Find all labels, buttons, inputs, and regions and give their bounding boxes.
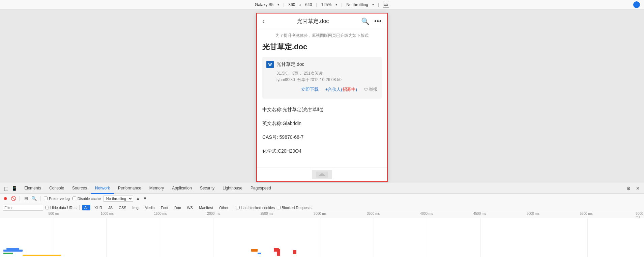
filter-icon[interactable]: ⊟ — [23, 196, 29, 201]
devtools-tabs-bar: ⬚ 📱 Elements Console Sources Network Per… — [0, 183, 644, 194]
devtools-network-toolbar: ⏺ 🚫 ⊟ 🔍 Preserve log Disable cache No th… — [0, 194, 644, 203]
tab-lighthouse[interactable]: Lighthouse — [218, 183, 246, 194]
filter-type-media[interactable]: Media — [143, 205, 157, 210]
shield-icon: 🛡 — [364, 87, 368, 92]
preserve-log-label[interactable]: Preserve log — [44, 197, 70, 201]
net-bar-0 — [3, 250, 23, 252]
filter-type-other[interactable]: Other — [217, 205, 231, 210]
hide-data-urls-label[interactable]: Hide data URLs — [45, 206, 77, 210]
content-item-3: 化学式:C20H20O4 — [262, 148, 382, 155]
tab-network[interactable]: Network — [91, 183, 114, 194]
filter-type-xhr[interactable]: XHR — [92, 205, 104, 210]
throttle-chevron-icon[interactable]: ▾ — [372, 3, 374, 6]
document-title: 光甘草定.doc — [262, 42, 382, 52]
preserve-log-checkbox[interactable] — [44, 197, 48, 200]
ruler-mark-2: 1500 ms — [154, 212, 167, 215]
has-blocked-cookies-label[interactable]: Has blocked cookies — [236, 206, 275, 210]
device-separator4: | — [378, 2, 379, 7]
filter-type-img[interactable]: Img — [130, 205, 141, 210]
doc-card-name: 光甘草定.doc — [276, 61, 304, 68]
mobile-search-icon[interactable]: 🔍 — [361, 17, 370, 25]
toolbar-separator-1 — [20, 196, 20, 201]
back-button[interactable]: ‹ — [262, 17, 265, 26]
ruler-mark-6: 3500 ms — [367, 212, 380, 215]
x-label: x — [299, 2, 301, 7]
net-bar-1 — [3, 253, 13, 254]
inspect-icon[interactable]: ⬚ — [3, 185, 9, 192]
settings-icon[interactable]: ⚙ — [625, 185, 632, 192]
close-devtools-icon[interactable]: ✕ — [635, 185, 641, 192]
device-separator2: | — [316, 2, 317, 7]
tab-console[interactable]: Console — [45, 183, 68, 194]
device-name-label[interactable]: Galaxy S5 — [255, 2, 273, 7]
tab-sources[interactable]: Sources — [68, 183, 91, 194]
width-label[interactable]: 360 — [288, 2, 295, 7]
main-content-area: ‹ 光甘草定.doc 🔍 ••• 为了提升浏览体验，原视图版网页已升级为如下版式… — [0, 9, 644, 183]
blocked-requests-checkbox[interactable] — [277, 206, 281, 209]
doc-uploader-info: lyhuif8280 分享于2012-10-26 08:50 — [276, 77, 378, 83]
ruler-mark-4: 2500 ms — [260, 212, 273, 215]
throttle-select[interactable]: No throttling — [104, 196, 133, 202]
rotate-icon[interactable]: ⇄ — [383, 2, 389, 8]
has-blocked-cookies-checkbox[interactable] — [236, 206, 240, 209]
tab-pagespeed[interactable]: Pagespeed — [246, 183, 275, 194]
filter-type-font[interactable]: Font — [159, 205, 170, 210]
content-item-2: CAS号: 59870-68-7 — [262, 134, 382, 141]
device-separator: | — [283, 2, 284, 7]
height-label[interactable]: 640 — [305, 2, 312, 7]
download-button[interactable]: 立即下载 — [301, 86, 319, 93]
doc-card-meta: 31.5K， 3页， 251次阅读 lyhuif8280 分享于2012-10-… — [266, 70, 378, 83]
tab-memory[interactable]: Memory — [145, 183, 168, 194]
filter-type-css[interactable]: CSS — [117, 205, 128, 210]
device-icon[interactable]: 📱 — [11, 185, 18, 192]
zoom-label[interactable]: 125% — [321, 2, 332, 7]
tab-security[interactable]: Security — [196, 183, 218, 194]
net-activity-area — [0, 246, 644, 256]
filter-type-doc[interactable]: Doc — [172, 205, 183, 210]
tab-elements[interactable]: Elements — [20, 183, 45, 194]
action-row: 立即下载 +合伙人(招募中) 🛡 举报 — [266, 86, 378, 93]
net-bar-2 — [6, 248, 19, 250]
partner-button[interactable]: +合伙人(招募中) — [325, 86, 357, 93]
filter-type-manifest[interactable]: Manifest — [197, 205, 215, 210]
net-bar-7 — [293, 250, 296, 254]
hide-data-urls-checkbox[interactable] — [45, 206, 49, 209]
ruler-mark-9: 5000 ms — [527, 212, 539, 215]
upload-icon[interactable]: ▲ — [136, 196, 140, 201]
download-icon[interactable]: ▼ — [143, 196, 147, 201]
net-bar-8 — [23, 255, 61, 256]
filter-separator — [79, 205, 80, 210]
ruler-mark-0: 500 ms — [49, 212, 60, 215]
filter-row: Hide data URLs All XHR JS CSS Img Media … — [0, 203, 644, 212]
mobile-more-icon[interactable]: ••• — [374, 18, 382, 25]
mobile-top-bar: ‹ 光甘草定.doc 🔍 ••• — [257, 14, 387, 29]
timeline-ruler: 500 ms 1000 ms 1500 ms 2000 ms 2500 ms 3… — [0, 212, 644, 218]
filter-type-ws[interactable]: WS — [185, 205, 195, 210]
ruler-mark-5: 3000 ms — [314, 212, 326, 215]
device-toolbar: Galaxy S5 ▾ | 360 x 640 | 125% ▾ | No th… — [0, 0, 644, 9]
mobile-preview-frame: ‹ 光甘草定.doc 🔍 ••• 为了提升浏览体验，原视图版网页已升级为如下版式… — [256, 13, 388, 182]
top-icons-group: 🔍 ••• — [361, 17, 382, 25]
blocked-requests-label[interactable]: Blocked Requests — [277, 206, 312, 210]
filter-input[interactable] — [3, 205, 43, 211]
record-button[interactable]: ⏺ — [3, 196, 8, 201]
search-icon[interactable]: 🔍 — [31, 196, 37, 201]
disable-cache-checkbox[interactable] — [72, 197, 76, 200]
thumbnail-icon — [315, 171, 329, 178]
tab-performance[interactable]: Performance — [114, 183, 145, 194]
doc-card: W 光甘草定.doc 31.5K， 3页， 251次阅读 lyhuif8280 … — [262, 57, 382, 99]
zoom-chevron-icon[interactable]: ▾ — [335, 3, 337, 6]
tab-application[interactable]: Application — [168, 183, 196, 194]
content-section: 中文名称:光甘草定(光甘草咤) 英文名称:Glabridin CAS号: 598… — [262, 103, 382, 164]
clear-button[interactable]: 🚫 — [11, 196, 16, 201]
throttle-label[interactable]: No throttling — [346, 2, 368, 7]
report-button[interactable]: 🛡 举报 — [364, 86, 378, 93]
thumbnail-strip — [257, 168, 387, 181]
disable-cache-label[interactable]: Disable cache — [72, 197, 101, 201]
chevron-down-icon[interactable]: ▾ — [277, 3, 279, 6]
ruler-mark-3: 2000 ms — [207, 212, 220, 215]
thumbnail-box — [312, 170, 332, 179]
filter-type-js[interactable]: JS — [106, 205, 115, 210]
devtools-right-icons: ⚙ ✕ — [625, 185, 641, 192]
filter-type-all[interactable]: All — [82, 205, 90, 210]
